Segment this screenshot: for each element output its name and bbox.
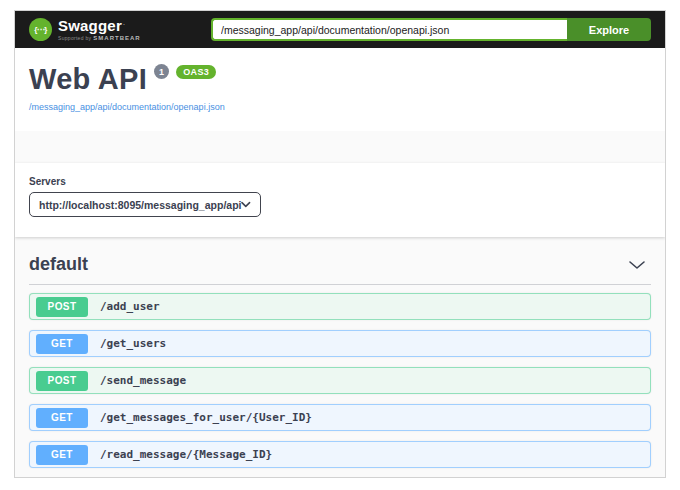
method-badge: GET bbox=[36, 334, 88, 354]
method-badge: GET bbox=[36, 445, 88, 465]
servers-label: Servers bbox=[29, 176, 651, 187]
swagger-logo-link[interactable]: {⋯} Swagger . Supported bySMARTBEAR bbox=[29, 18, 141, 41]
brand-trademark-dot: . bbox=[123, 19, 125, 26]
operation-path: /read_message/{Message_ID} bbox=[100, 448, 272, 461]
operation-path: /get_messages_for_user/{User_ID} bbox=[100, 411, 312, 424]
chevron-down-icon bbox=[628, 260, 646, 270]
tagline-smartbear: SMARTBEAR bbox=[93, 35, 140, 41]
explore-button[interactable]: Explore bbox=[567, 18, 651, 41]
operation-row[interactable]: GET /get_messages_for_user/{User_ID} bbox=[29, 404, 651, 431]
version-badge: 1 bbox=[154, 64, 169, 79]
operation-path: /get_users bbox=[100, 337, 166, 350]
operation-path: /send_message bbox=[100, 374, 186, 387]
brand-name: Swagger bbox=[58, 18, 122, 33]
topbar: {⋯} Swagger . Supported bySMARTBEAR Expl… bbox=[15, 11, 665, 48]
spec-url-group: Explore bbox=[211, 18, 651, 41]
chevron-down-icon bbox=[241, 201, 251, 208]
operation-row[interactable]: POST /add_user bbox=[29, 293, 651, 320]
spec-url-input[interactable] bbox=[211, 18, 567, 41]
page-title: Web API bbox=[29, 66, 147, 92]
operations-section: default POST /add_user GET /get_users PO… bbox=[15, 237, 665, 468]
operation-row[interactable]: GET /read_message/{Message_ID} bbox=[29, 441, 651, 468]
brand-text-block: Swagger . Supported bySMARTBEAR bbox=[58, 18, 141, 41]
info-section: Web API 1 OAS3 /messaging_app/api/docume… bbox=[15, 48, 665, 131]
operation-list: POST /add_user GET /get_users POST /send… bbox=[29, 293, 651, 468]
oas3-badge: OAS3 bbox=[176, 65, 216, 79]
operation-row[interactable]: POST /send_message bbox=[29, 367, 651, 394]
server-select-value: http://localhost:8095/messaging_app/api bbox=[39, 199, 241, 211]
tagline-prefix: Supported by bbox=[58, 35, 91, 41]
default-section-header[interactable]: default bbox=[29, 237, 651, 285]
spec-link[interactable]: /messaging_app/api/documentation/openapi… bbox=[29, 102, 225, 112]
swagger-logo-icon: {⋯} bbox=[29, 18, 52, 41]
operation-row[interactable]: GET /get_users bbox=[29, 330, 651, 357]
method-badge: POST bbox=[36, 297, 88, 317]
method-badge: GET bbox=[36, 408, 88, 428]
method-badge: POST bbox=[36, 371, 88, 391]
operation-path: /add_user bbox=[100, 300, 160, 313]
swagger-ui-window: {⋯} Swagger . Supported bySMARTBEAR Expl… bbox=[14, 10, 666, 478]
servers-section: Servers http://localhost:8095/messaging_… bbox=[15, 163, 665, 237]
server-select[interactable]: http://localhost:8095/messaging_app/api bbox=[29, 192, 261, 217]
section-title: default bbox=[29, 254, 88, 275]
brand-tagline: Supported bySMARTBEAR bbox=[58, 35, 141, 41]
